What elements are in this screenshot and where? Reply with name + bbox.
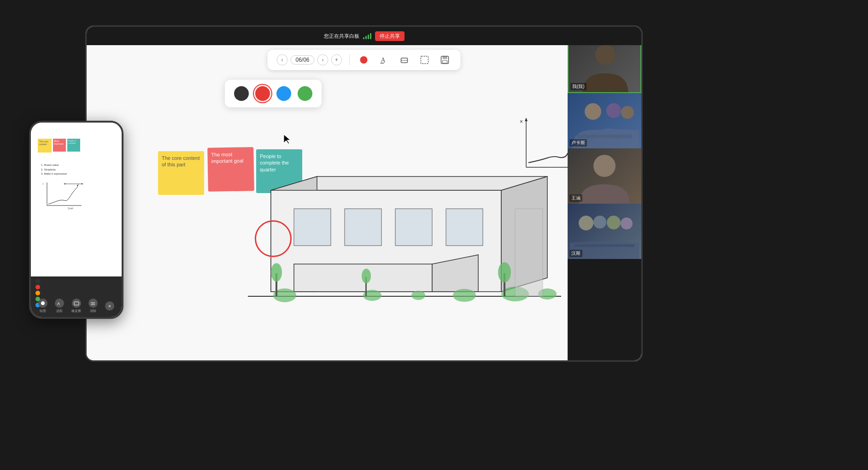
phone-note-red: Most important — [54, 140, 64, 145]
svg-rect-5 — [421, 56, 428, 64]
video-panel-wang: 王涵 — [568, 148, 641, 204]
prev-page-button[interactable]: ‹ — [276, 54, 287, 65]
save-button[interactable] — [439, 53, 452, 66]
red-circle-annotation — [255, 220, 292, 257]
video-sidebar: — □ ⊞ ∧ 我(我) — [568, 27, 641, 360]
svg-point-49 — [579, 216, 593, 230]
svg-point-62 — [41, 301, 45, 305]
phone-note-yellow: The core content — [39, 140, 48, 146]
svg-rect-8 — [443, 60, 447, 63]
sticky-note-yellow: The core content of this part — [158, 151, 204, 195]
svg-rect-7 — [443, 56, 447, 59]
mouse-cursor — [283, 134, 292, 145]
svg-marker-59 — [82, 183, 83, 185]
svg-rect-16 — [446, 209, 483, 246]
video-label-self: 我(我) — [570, 83, 586, 90]
svg-point-23 — [453, 289, 476, 302]
svg-point-45 — [606, 103, 621, 118]
video-panel-self: 我(我) — [568, 38, 641, 93]
phone-whiteboard: The core content Most important People t… — [31, 123, 122, 279]
stop-sharing-button[interactable]: 停止共享 — [375, 31, 405, 41]
svg-point-44 — [585, 103, 601, 120]
phone-eraser-label: 橡皮擦 — [71, 309, 81, 313]
signal-bar-3 — [368, 35, 369, 39]
phone-notes-list: 1. Brand value 2. Simplicity 3. Make it … — [41, 163, 67, 176]
svg-rect-13 — [294, 209, 331, 246]
svg-point-22 — [411, 291, 425, 300]
svg-point-52 — [621, 217, 633, 229]
svg-marker-36 — [525, 118, 528, 121]
sticky-note-yellow-text: The core content of this part — [162, 155, 200, 167]
svg-point-0 — [360, 56, 368, 64]
video-label-lukas: 卢卡斯 — [569, 139, 587, 147]
eraser-tool-button[interactable] — [398, 53, 411, 66]
svg-rect-15 — [395, 209, 432, 246]
monitor-screen: 您正在共享白板 停止共享 ‹ 06/06 › + — [87, 27, 641, 360]
svg-text:A: A — [57, 301, 60, 306]
svg-rect-32 — [515, 209, 543, 296]
phone-sticky-yellow: The core content — [38, 139, 52, 153]
toolbar-divider — [350, 54, 350, 65]
status-bar: 您正在共享白板 停止共享 — [87, 27, 641, 45]
phone-toolbar: 绘图 A 选取 橡皮擦 ⌧ — [31, 276, 122, 317]
svg-text:Quali: Quali — [68, 207, 73, 210]
text-tool-button[interactable]: A — [378, 53, 391, 66]
signal-bar-4 — [370, 33, 371, 39]
phone-eraser-tool[interactable]: 橡皮擦 — [71, 299, 81, 313]
svg-marker-58 — [64, 183, 65, 185]
svg-point-51 — [607, 216, 621, 229]
add-page-button[interactable]: + — [331, 54, 342, 65]
monitor-frame: 您正在共享白板 停止共享 ‹ 06/06 › + — [85, 25, 643, 362]
svg-point-50 — [593, 216, 606, 229]
svg-point-43 — [595, 45, 616, 65]
phone-tools-row: 绘图 A 选取 橡皮擦 ⌧ — [31, 299, 122, 313]
svg-point-27 — [271, 263, 282, 282]
svg-marker-60 — [77, 184, 79, 187]
phone-color-red[interactable] — [35, 285, 40, 289]
page-indicator: 06/06 — [290, 55, 314, 65]
pen-tool-button[interactable] — [358, 53, 370, 66]
phone-color-orange[interactable] — [35, 291, 40, 295]
toolbar: ‹ 06/06 › + A — [267, 50, 460, 70]
phone-draw-tool[interactable]: 绘图 — [38, 299, 47, 313]
phone-note-1: 1. Brand value — [41, 163, 67, 168]
phone-select-label: 选取 — [56, 309, 63, 313]
sharing-text: 您正在共享白板 — [324, 33, 359, 40]
video-panel-lukas: 卢卡斯 — [568, 93, 641, 148]
svg-text:A: A — [381, 57, 386, 64]
phone-clear-label: 清除 — [90, 309, 96, 313]
phone-sticky-red: Most important — [53, 139, 66, 152]
phone-close-button[interactable]: × — [105, 301, 114, 311]
phone-note-3: 3. Make it expressive — [41, 172, 67, 176]
color-picker — [225, 80, 322, 107]
svg-text:×: × — [42, 182, 44, 185]
toolbar-nav: ‹ 06/06 › + — [276, 54, 342, 65]
phone-color-black[interactable] — [35, 279, 40, 283]
color-green[interactable] — [298, 86, 312, 101]
phone-frame: The core content Most important People t… — [29, 121, 123, 319]
next-page-button[interactable]: › — [317, 54, 328, 65]
phone-clear-tool[interactable]: ⌧ 清除 — [88, 299, 98, 313]
svg-point-31 — [498, 262, 511, 282]
select-tool-button[interactable] — [418, 53, 431, 66]
color-blue[interactable] — [276, 86, 291, 101]
svg-point-46 — [621, 106, 634, 119]
svg-point-29 — [362, 269, 371, 283]
svg-rect-64 — [74, 302, 79, 305]
phone-draw-label: 绘图 — [40, 309, 46, 313]
phone-screen: The core content Most important People t… — [31, 123, 122, 317]
video-label-hans: 汉斯 — [569, 250, 582, 257]
phone-select-tool[interactable]: A 选取 — [55, 299, 64, 313]
signal-bars — [363, 33, 371, 39]
svg-rect-14 — [345, 209, 381, 246]
svg-point-48 — [593, 155, 616, 177]
svg-text:×: × — [520, 118, 523, 125]
color-red[interactable] — [255, 86, 270, 101]
phone-graph: × Quali — [40, 180, 86, 210]
signal-bar-2 — [365, 36, 367, 39]
phone-note-green: People to complete — [68, 140, 76, 144]
whiteboard[interactable]: ‹ 06/06 › + A — [87, 45, 641, 360]
phone-sticky-green: People to complete — [67, 139, 80, 152]
sharing-indicator: 您正在共享白板 停止共享 — [324, 31, 405, 41]
color-black[interactable] — [234, 86, 249, 101]
